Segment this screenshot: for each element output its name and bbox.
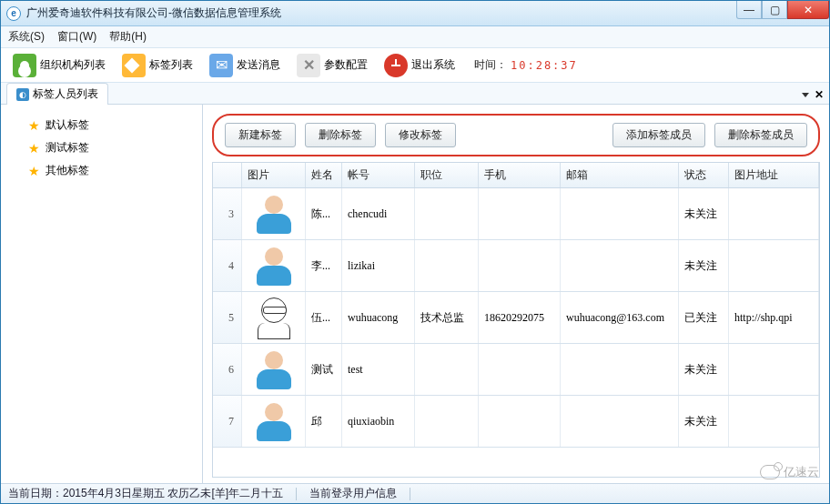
cell-phone <box>479 240 561 291</box>
toolbar-tag-list[interactable]: 标签列表 <box>116 51 199 80</box>
status-login: 当前登录用户信息 <box>309 486 397 501</box>
table-row[interactable]: 4李...lizikai未关注 <box>213 240 819 292</box>
tab-icon: ◐ <box>16 88 29 101</box>
cell-imgurl: http://shp.qpi <box>729 292 819 343</box>
cell-status: 未关注 <box>679 344 729 395</box>
tab-label: 标签人员列表 <box>33 86 98 102</box>
tabbar: ◐ 标签人员列表 ✕ <box>1 83 829 105</box>
tab-tag-members[interactable]: ◐ 标签人员列表 <box>6 83 108 105</box>
cell-account: wuhuacong <box>342 292 415 343</box>
cell-avatar <box>242 292 306 343</box>
minimize-button[interactable]: ― <box>736 1 762 19</box>
table-row[interactable]: 7邱qiuxiaobin未关注 <box>213 396 819 448</box>
sidebar-item-other[interactable]: ★其他标签 <box>1 159 202 182</box>
statusbar: 当前日期：2015年4月3日星期五 农历乙未[羊]年二月十五 当前登录用户信息 <box>1 483 829 503</box>
cell-status: 未关注 <box>679 396 729 447</box>
star-icon: ★ <box>28 164 40 178</box>
cell-email: wuhuacong@163.com <box>561 292 679 343</box>
exit-icon <box>384 54 408 77</box>
col-rowhead[interactable] <box>213 163 242 187</box>
cell-imgurl <box>729 344 819 395</box>
cell-phone <box>479 344 561 395</box>
row-index: 4 <box>213 240 242 291</box>
settings-icon <box>297 54 320 77</box>
tag-icon <box>122 54 146 77</box>
table-row[interactable]: 5伍...wuhuacong技术总监18620292075wuhuacong@1… <box>213 292 819 344</box>
maximize-button[interactable]: ▢ <box>762 1 787 19</box>
tab-close-icon[interactable]: ✕ <box>815 88 824 101</box>
cell-avatar <box>242 188 306 239</box>
col-email[interactable]: 邮箱 <box>561 163 679 187</box>
menu-system[interactable]: 系统(S) <box>8 29 45 45</box>
action-button-row: 新建标签 删除标签 修改标签 添加标签成员 删除标签成员 <box>212 114 820 156</box>
cell-email <box>561 240 679 291</box>
row-index: 6 <box>213 344 242 395</box>
tab-dropdown-icon[interactable] <box>802 93 809 97</box>
cell-status: 未关注 <box>679 188 729 239</box>
toolbar-org-list[interactable]: 组织机构列表 <box>6 51 112 80</box>
cell-email <box>561 344 679 395</box>
col-imgurl[interactable]: 图片地址 <box>729 163 819 187</box>
time-label: 时间： <box>474 57 507 73</box>
app-icon: e <box>6 6 21 21</box>
toolbar: 组织机构列表 标签列表 发送消息 参数配置 退出系统 时间： 10:28:37 <box>1 48 829 83</box>
sidebar: ★默认标签 ★测试标签 ★其他标签 <box>1 105 203 483</box>
cell-phone: 18620292075 <box>479 292 561 343</box>
cell-imgurl <box>729 396 819 447</box>
cell-name: 伍... <box>306 292 342 343</box>
cell-avatar <box>242 240 306 291</box>
col-image[interactable]: 图片 <box>242 163 306 187</box>
status-date: 当前日期：2015年4月3日星期五 农历乙未[羊]年二月十五 <box>8 486 283 501</box>
cell-phone <box>479 188 561 239</box>
time-value: 10:28:37 <box>511 59 578 72</box>
cell-avatar <box>242 396 306 447</box>
col-account[interactable]: 帐号 <box>342 163 415 187</box>
grid-body[interactable]: 3陈...chencudi未关注4李...lizikai未关注5伍...wuhu… <box>213 188 819 477</box>
window-title: 广州爱奇迪软件科技有限公司-微信数据信息管理系统 <box>26 5 736 21</box>
toolbar-params[interactable]: 参数配置 <box>290 51 374 80</box>
cell-name: 邱 <box>306 396 342 447</box>
avatar-icon <box>252 296 296 339</box>
mail-icon <box>209 54 233 77</box>
window-buttons: ― ▢ ✕ <box>736 1 829 25</box>
cell-position <box>415 240 479 291</box>
cell-email <box>561 188 679 239</box>
cell-email <box>561 396 679 447</box>
avatar-icon <box>252 348 296 391</box>
cell-position <box>415 344 479 395</box>
star-icon: ★ <box>28 118 40 133</box>
cell-account: lizikai <box>342 240 415 291</box>
menu-help[interactable]: 帮助(H) <box>109 29 147 45</box>
toolbar-exit[interactable]: 退出系统 <box>378 51 461 80</box>
table-row[interactable]: 3陈...chencudi未关注 <box>213 188 819 240</box>
row-index: 5 <box>213 292 242 343</box>
people-icon <box>13 54 36 77</box>
cell-account: qiuxiaobin <box>342 396 415 447</box>
cell-status: 已关注 <box>679 292 729 343</box>
cell-account: test <box>342 344 415 395</box>
menubar: 系统(S) 窗口(W) 帮助(H) <box>1 26 829 48</box>
cloud-icon <box>760 465 780 479</box>
new-tag-button[interactable]: 新建标签 <box>225 123 296 147</box>
app-window: e 广州爱奇迪软件科技有限公司-微信数据信息管理系统 ― ▢ ✕ 系统(S) 窗… <box>0 0 830 504</box>
toolbar-send-msg[interactable]: 发送消息 <box>203 51 287 80</box>
cell-position <box>415 396 479 447</box>
edit-tag-button[interactable]: 修改标签 <box>385 123 456 147</box>
menu-window[interactable]: 窗口(W) <box>57 29 96 45</box>
remove-member-button[interactable]: 删除标签成员 <box>714 123 807 147</box>
col-position[interactable]: 职位 <box>415 163 479 187</box>
table-row[interactable]: 6测试test未关注 <box>213 344 819 396</box>
sidebar-item-default[interactable]: ★默认标签 <box>1 114 202 136</box>
data-grid: 图片 姓名 帐号 职位 手机 邮箱 状态 图片地址 3陈...chencudi未… <box>212 162 820 478</box>
delete-tag-button[interactable]: 删除标签 <box>305 123 376 147</box>
col-name[interactable]: 姓名 <box>306 163 342 187</box>
col-phone[interactable]: 手机 <box>479 163 561 187</box>
sidebar-item-test[interactable]: ★测试标签 <box>1 136 202 159</box>
titlebar[interactable]: e 广州爱奇迪软件科技有限公司-微信数据信息管理系统 ― ▢ ✕ <box>1 1 829 26</box>
cell-position: 技术总监 <box>415 292 479 343</box>
close-button[interactable]: ✕ <box>787 1 829 19</box>
avatar-icon <box>252 399 296 443</box>
add-member-button[interactable]: 添加标签成员 <box>612 123 705 147</box>
col-status[interactable]: 状态 <box>679 163 729 187</box>
cell-position <box>415 188 479 239</box>
